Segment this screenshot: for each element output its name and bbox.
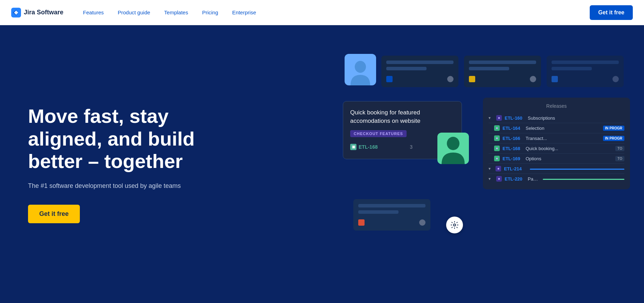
release-badge-168: TO	[615, 146, 624, 151]
release-id-168: ETL-168	[503, 146, 523, 151]
expand-icon-214: ▾	[489, 166, 493, 171]
bottom-dot-gray	[419, 219, 425, 226]
card-line-3	[552, 61, 619, 64]
release-id-160: ETL-160	[505, 115, 525, 121]
nav-templates[interactable]: Templates	[159, 7, 194, 18]
card-dot-gray	[447, 76, 453, 82]
navbar: Jira Software Features Product guide Tem…	[0, 0, 644, 25]
release-name-166: Transact...	[526, 136, 600, 141]
kanban-top-columns	[353, 56, 624, 87]
releases-panel: Releases ▾ ■ ETL-160 Subscriptions ■ ETL…	[483, 98, 630, 189]
settings-icon	[450, 221, 459, 229]
card-line-short-2	[469, 67, 509, 70]
bottom-card-footer	[358, 217, 425, 226]
release-name-160: Subscriptions	[528, 115, 624, 121]
green-avatar-card	[437, 133, 469, 164]
svg-point-4	[447, 137, 459, 150]
card-line-2	[469, 61, 536, 64]
jira-logo-icon	[11, 8, 21, 17]
card-line	[386, 61, 453, 64]
card-footer	[386, 73, 453, 82]
bottom-card-line-2	[358, 210, 399, 214]
nav-product-guide[interactable]: Product guide	[112, 7, 156, 18]
release-badge-166: IN PROGR	[603, 136, 624, 141]
hero-illustration: Quick booking for featured accomodations…	[329, 25, 644, 303]
booking-id-text: ETL-168	[359, 144, 378, 150]
expand-icon-220: ▾	[489, 176, 493, 181]
release-name-164: Selection	[526, 126, 600, 131]
release-item-168: ■ ETL-168 Quick booking... TO	[489, 143, 624, 154]
card-dot-gray-3	[612, 76, 619, 82]
bottom-dot-red	[358, 219, 365, 226]
hero-title: Move fast, stay aligned, and build bette…	[28, 105, 217, 172]
card-dot-gray-2	[530, 76, 536, 82]
card-line-short	[386, 67, 427, 70]
logo-link[interactable]: Jira Software	[11, 8, 63, 17]
booking-count: 3	[410, 144, 413, 150]
navbar-cta-area: Get it free	[590, 5, 633, 20]
logo-text: Jira Software	[24, 9, 63, 16]
release-type-icon-164: ■	[494, 125, 500, 131]
hero-get-it-free-button[interactable]: Get it free	[28, 205, 80, 223]
svg-point-5	[453, 224, 456, 226]
release-id-164: ETL-164	[503, 126, 523, 131]
card-footer-3	[552, 73, 619, 82]
release-type-icon-220: ■	[496, 176, 502, 182]
kanban-col-2	[464, 56, 541, 87]
main-nav: Features Product guide Templates Pricing…	[77, 7, 590, 18]
kanban-illustration: Quick booking for featured accomodations…	[343, 49, 644, 280]
kanban-col-1	[381, 56, 458, 87]
release-item-164: ■ ETL-164 Selection IN PROGR	[489, 123, 624, 133]
release-item-220: ▾ ■ ETL-220 Page analytics	[489, 174, 624, 184]
release-id-220: ETL-220	[505, 176, 525, 182]
release-id-169: ETL-169	[503, 156, 523, 161]
booking-id-icon: ▣	[350, 144, 356, 150]
release-type-icon-168: ■	[494, 146, 500, 151]
release-name-168: Quick booking...	[526, 146, 612, 151]
release-bar-220	[543, 179, 624, 180]
nav-pricing[interactable]: Pricing	[196, 7, 224, 18]
release-name-220: Page analytics	[528, 176, 540, 182]
release-name-169: Options	[526, 156, 612, 161]
booking-card-id: ▣ ETL-168	[350, 144, 378, 150]
nav-features[interactable]: Features	[77, 7, 109, 18]
green-avatar-icon	[441, 134, 465, 164]
card-dot-yellow	[469, 76, 475, 82]
navbar-get-it-free-button[interactable]: Get it free	[590, 5, 633, 20]
bottom-card-line-1	[358, 204, 425, 207]
settings-circle-button[interactable]	[446, 217, 463, 233]
releases-panel-title: Releases	[489, 103, 624, 109]
release-badge-169: TO	[615, 156, 624, 161]
release-badge-164: IN PROGR	[603, 126, 624, 131]
expand-icon-160: ▾	[489, 115, 493, 120]
kanban-col-3	[547, 56, 624, 87]
card-dot-blue-3	[552, 76, 558, 82]
card-line-short-3	[552, 67, 592, 70]
release-item-160: ▾ ■ ETL-160 Subscriptions	[489, 113, 624, 123]
avatar-silhouette-icon	[350, 59, 371, 85]
card-footer-2	[469, 73, 536, 82]
svg-point-1	[355, 61, 366, 73]
kanban-bottom-col	[353, 199, 430, 231]
release-type-icon-160: ■	[496, 115, 502, 121]
card-dot-blue	[386, 76, 393, 82]
avatar-card	[345, 54, 376, 85]
release-item-166: ■ ETL-166 Transact... IN PROGR	[489, 133, 624, 143]
release-id-166: ETL-166	[503, 136, 523, 141]
release-item-169: ■ ETL-169 Options TO	[489, 154, 624, 164]
release-id-214: ETL-214	[504, 166, 524, 171]
release-type-icon-166: ■	[494, 135, 500, 141]
release-type-icon-169: ■	[494, 156, 500, 161]
release-item-214: ▾ ■ ETL-214 Check out features	[489, 164, 624, 174]
hero-content: Move fast, stay aligned, and build bette…	[28, 105, 217, 223]
booking-card-title: Quick booking for featured accomodations…	[350, 108, 455, 125]
release-bar-214	[530, 169, 624, 170]
hero-section: Move fast, stay aligned, and build bette…	[0, 25, 644, 303]
nav-enterprise[interactable]: Enterprise	[227, 7, 262, 18]
hero-subtitle: The #1 software development tool used by…	[28, 181, 217, 191]
booking-card-tag: CHECKOUT FEATURES	[350, 130, 407, 137]
release-type-icon-214: ■	[496, 166, 501, 171]
